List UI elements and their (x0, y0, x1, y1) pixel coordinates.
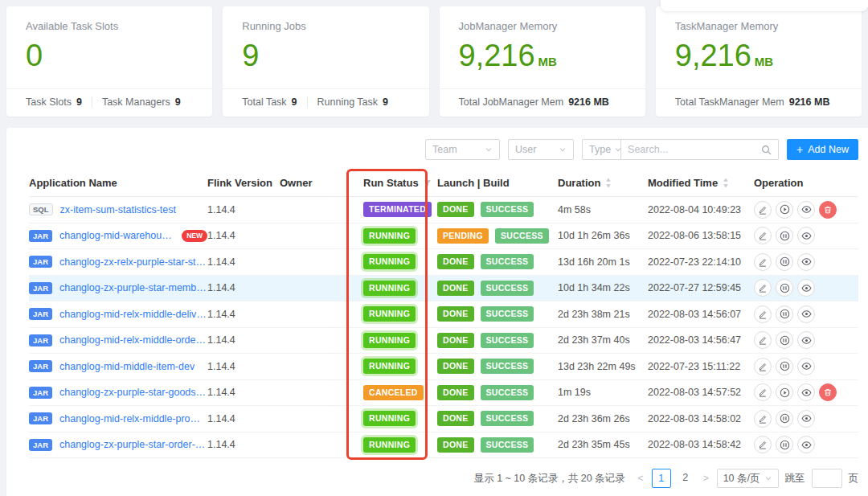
jump-page-input[interactable] (812, 469, 842, 488)
table-row[interactable]: JARchanglog-zx-purple-star-goods-dev1.14… (29, 380, 858, 407)
detail-button[interactable] (797, 358, 815, 375)
job-type-tag: JAR (29, 230, 52, 242)
play-icon (780, 387, 790, 398)
detail-button[interactable] (797, 253, 815, 271)
eye-icon (801, 283, 812, 293)
start-button[interactable] (776, 201, 793, 219)
run-status-badge: TERMINATED (363, 202, 432, 217)
modified-time-cell: 2022-08-03 14:58:42 (648, 439, 754, 450)
table-row[interactable]: JARchanglog-zx-purple-star-order-dev1.14… (29, 432, 858, 459)
operation-cell (754, 410, 858, 428)
pause-button[interactable] (776, 253, 793, 271)
application-name-link[interactable]: changlog-mid-middle-item-dev (59, 361, 194, 372)
prev-page-button[interactable]: < (637, 473, 645, 484)
table-row[interactable]: JARchanglog-zx-purple-star-member-dev1.1… (29, 276, 858, 302)
detail-button[interactable] (797, 436, 815, 453)
pause-button[interactable] (776, 436, 793, 453)
column-header-owner: Owner (280, 177, 363, 189)
edit-button[interactable] (754, 279, 772, 297)
application-name-link[interactable]: changlog-mid-relx-middle-order-dev (59, 334, 207, 346)
application-name-link[interactable]: changlog-zx-purple-star-order-dev (59, 439, 207, 450)
search-input[interactable] (628, 144, 761, 155)
filter-icon[interactable] (424, 179, 432, 187)
stat-value: 9216 MB (789, 96, 830, 108)
table-row[interactable]: JARchanglog-mid-warehouse-devNEW1.14.4RU… (29, 223, 858, 250)
flink-version-cell: 1.14.4 (207, 334, 280, 346)
launch-build-cell: PENDINGSUCCESS (437, 228, 558, 244)
pause-button[interactable] (776, 305, 793, 323)
modified-time-cell: 2022-08-03 14:58:02 (648, 413, 754, 424)
job-type-tag: JAR (29, 387, 52, 399)
application-name-link[interactable]: zx-item-sum-statistics-test (60, 204, 176, 215)
application-name-link[interactable]: changlog-zx-purple-star-member-dev (59, 282, 207, 293)
column-header-flink-version: Flink Version (207, 177, 280, 189)
column-label: Launch | Build (437, 177, 510, 189)
team-select[interactable]: Team (425, 139, 500, 160)
edit-button[interactable] (754, 410, 772, 428)
application-cell: JARchanglog-zx-relx-purple-star-store-de… (29, 256, 207, 268)
table-row[interactable]: JARchanglog-zx-relx-purple-star-store-de… (29, 249, 858, 276)
detail-button[interactable] (797, 410, 815, 428)
pause-button[interactable] (776, 279, 793, 297)
add-new-button[interactable]: + Add New (787, 139, 858, 160)
delete-button[interactable] (819, 201, 837, 219)
table-row[interactable]: JARchanglog-mid-relx-middle-deliver-dev1… (29, 301, 858, 328)
pause-button[interactable] (776, 227, 793, 244)
stat-label: Total Task (242, 96, 286, 108)
run-status-badge: RUNNING (363, 281, 416, 296)
edit-button[interactable] (754, 436, 772, 453)
duration-cell: 2d 23h 37m 40s (558, 334, 648, 346)
table-header-row: Application NameFlink VersionOwnerRun St… (29, 170, 858, 197)
search-group: Type (582, 139, 779, 160)
sort-icon[interactable] (605, 178, 612, 188)
search-icon[interactable] (761, 145, 772, 155)
detail-button[interactable] (797, 305, 815, 323)
edit-button[interactable] (754, 201, 772, 219)
duration-cell: 10d 1h 34m 22s (558, 282, 648, 293)
next-page-button[interactable]: > (702, 473, 710, 484)
application-name-link[interactable]: changlog-mid-relx-middle-deliver-dev (59, 309, 207, 320)
edit-button[interactable] (754, 253, 772, 271)
table-row[interactable]: JARchanglog-mid-middle-item-dev1.14.4RUN… (29, 354, 858, 380)
column-header-duration[interactable]: Duration (558, 177, 648, 189)
pause-icon (780, 283, 790, 293)
detail-button[interactable] (797, 331, 815, 349)
edit-button[interactable] (754, 358, 772, 375)
page-button-1[interactable]: 1 (652, 469, 671, 488)
edit-button[interactable] (754, 305, 772, 323)
table-row[interactable]: JARchanglog-mid-relx-middle-order-dev1.1… (29, 328, 858, 355)
pause-icon (780, 440, 790, 450)
pause-button[interactable] (776, 358, 793, 375)
column-header-run-status[interactable]: Run Status (363, 177, 437, 189)
delete-button[interactable] (819, 383, 837, 401)
chevron-down-icon (485, 146, 493, 154)
user-select[interactable]: User (508, 139, 574, 160)
duration-cell: 13d 16h 20m 1s (558, 256, 648, 268)
detail-button[interactable] (797, 279, 815, 297)
table-row[interactable]: SQLzx-item-sum-statistics-test1.14.4TERM… (29, 197, 858, 223)
detail-button[interactable] (797, 227, 815, 244)
edit-button[interactable] (754, 331, 772, 349)
application-name-link[interactable]: changlog-zx-purple-star-goods-dev (59, 387, 207, 398)
column-header-modified-time[interactable]: Modified Time (648, 177, 754, 189)
pause-button[interactable] (776, 410, 793, 428)
stat-card-title: JobManager Memory (440, 6, 645, 32)
edit-button[interactable] (754, 227, 772, 244)
page-button-2[interactable]: 2 (676, 469, 695, 488)
start-button[interactable] (776, 383, 793, 401)
page-size-select[interactable]: 10 条/页 (717, 469, 779, 488)
application-name-link[interactable]: changlog-zx-relx-purple-star-store-dev (59, 256, 207, 268)
pause-button[interactable] (776, 331, 793, 349)
edit-button[interactable] (754, 383, 772, 401)
modified-time-cell: 2022-08-04 10:49:23 (648, 204, 754, 215)
type-select[interactable]: Type (582, 139, 621, 160)
stat-cards-row: Available Task Slots0Task Slots9Task Man… (0, 0, 868, 117)
detail-button[interactable] (797, 201, 815, 219)
application-name-link[interactable]: changlog-mid-warehouse-dev (59, 230, 174, 241)
sort-icon[interactable] (723, 178, 729, 188)
launch-badge: DONE (437, 254, 474, 269)
application-name-link[interactable]: changlog-mid-relx-middle-promotion-dev (59, 413, 207, 424)
table-row[interactable]: JARchanglog-mid-relx-middle-promotion-de… (29, 406, 858, 432)
launch-build-cell: DONESUCCESS (437, 385, 558, 400)
detail-button[interactable] (797, 383, 815, 401)
